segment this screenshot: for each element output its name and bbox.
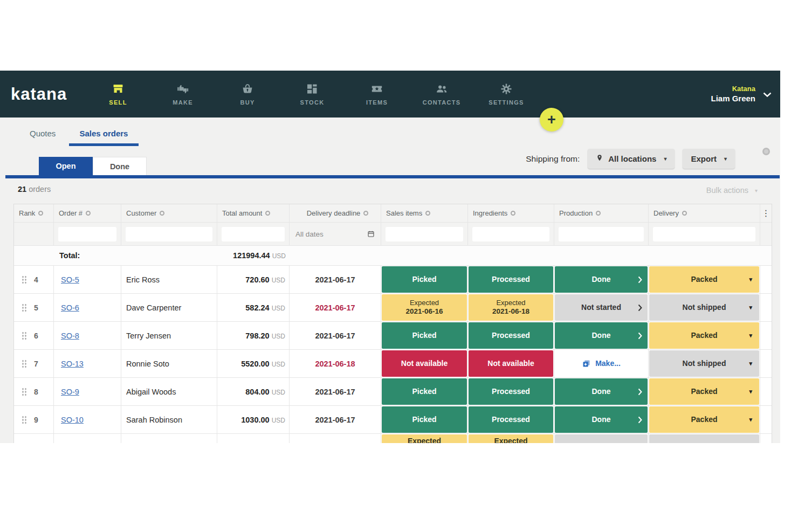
delivery-status-chip[interactable]: Packed▾	[649, 378, 759, 405]
order-link[interactable]: SO-5	[54, 275, 79, 284]
location-filter-value: All locations	[608, 154, 656, 163]
sales-status-chip[interactable]: Picked	[382, 406, 467, 433]
row-amount: 804.00USD	[217, 388, 289, 396]
export-button[interactable]: Export ▾	[683, 149, 735, 169]
info-icon[interactable]	[363, 211, 368, 216]
drag-handle-icon[interactable]	[22, 388, 27, 396]
rank-cell: 7	[14, 350, 54, 378]
total-cell-production	[554, 246, 649, 266]
sales-status-chip[interactable]: Not available	[382, 350, 467, 377]
order-link[interactable]: SO-6	[54, 303, 79, 312]
ingredients-status-chip[interactable]: Processed	[469, 322, 553, 349]
ingredients-cell: Expected	[468, 434, 554, 443]
drag-handle-icon[interactable]	[22, 275, 27, 284]
nav-item-settings[interactable]: SETTINGS	[474, 71, 539, 118]
rank-number: 6	[34, 331, 38, 340]
sales-status-chip[interactable]: Picked	[382, 266, 467, 293]
info-icon[interactable]	[425, 211, 430, 216]
ingredients-status-chip[interactable]: Processed	[469, 406, 553, 433]
production-status-chip[interactable]: Done	[555, 322, 648, 349]
delivery-cell: Packed▾	[649, 406, 760, 434]
column-options-icon[interactable]: ⋮	[762, 209, 771, 218]
order-link[interactable]: SO-8	[54, 331, 79, 340]
view-tab-open[interactable]: Open	[39, 157, 93, 175]
total-cell-menu	[760, 246, 772, 266]
info-icon[interactable]	[511, 211, 515, 216]
order-link[interactable]: SO-13	[54, 360, 84, 368]
location-pin-icon	[596, 154, 603, 163]
nav-item-buy[interactable]: BUY	[215, 71, 280, 118]
delivery-status-chip[interactable]: Packed▾	[649, 406, 759, 433]
sales-cell: Picked	[381, 378, 468, 406]
info-icon[interactable]	[265, 211, 270, 216]
column-header-delivery-deadline: Delivery deadline	[290, 204, 381, 223]
ingredients-status-chip[interactable]: Expected	[469, 434, 553, 443]
ingredients-status-chip[interactable]: Processed	[469, 378, 553, 405]
customer-name: Ronnie Soto	[121, 360, 169, 368]
info-icon[interactable]	[596, 211, 601, 216]
production-status-chip[interactable]: Done	[555, 266, 648, 293]
production-status-chip[interactable]: Done	[555, 378, 648, 405]
delivery-status-chip[interactable]	[649, 434, 759, 443]
filter-input-customer[interactable]	[126, 227, 212, 241]
nav-item-sell[interactable]: SELL	[86, 71, 150, 118]
ingredients-status-chip[interactable]: Processed	[469, 266, 553, 293]
create-new-button[interactable]: +	[540, 108, 563, 132]
delivery-status-chip[interactable]: Packed▾	[649, 266, 759, 293]
production-status-chip[interactable]: Make...	[555, 350, 648, 377]
order-link[interactable]: SO-10	[54, 416, 84, 424]
ingredients-status-chip[interactable]: Expected2021-06-18	[469, 294, 553, 321]
sales-status-chip[interactable]: Picked	[382, 322, 467, 349]
location-filter-button[interactable]: All locations ▾	[588, 149, 675, 169]
bulk-actions-button[interactable]: Bulk actions ▾	[706, 186, 758, 195]
ingredients-status-chip[interactable]: Not available	[469, 350, 553, 377]
filter-input-production[interactable]	[559, 227, 644, 241]
sales-orders-table: RankOrder #CustomerTotal amountDelivery …	[13, 204, 772, 443]
sales-status-chip[interactable]: Expected2021-06-16	[382, 294, 467, 321]
drag-handle-icon[interactable]	[22, 360, 27, 368]
production-status-chip[interactable]: Not started	[555, 294, 648, 321]
info-icon[interactable]	[160, 211, 164, 216]
order-link[interactable]: SO-9	[54, 388, 79, 396]
sales-status-chip[interactable]: Expected	[382, 434, 467, 443]
view-tab-done[interactable]: Done	[93, 157, 147, 175]
filter-cell-customer	[121, 223, 217, 246]
info-icon[interactable]	[38, 211, 43, 216]
help-icon[interactable]	[762, 148, 770, 155]
row-amount-value: 582.24	[245, 303, 269, 312]
delivery-status-chip[interactable]: Not shipped▾	[649, 350, 759, 377]
page-tab-quotes[interactable]: Quotes	[30, 129, 56, 138]
sales-status-chip[interactable]: Picked	[382, 378, 467, 405]
nav-item-make[interactable]: MAKE	[150, 71, 215, 118]
filter-input-ingredients[interactable]	[472, 227, 549, 241]
filter-input-sales[interactable]	[386, 227, 463, 241]
page-tab-sales-orders[interactable]: Sales orders	[79, 129, 128, 138]
status-chip-label: Done	[592, 415, 611, 425]
production-status-chip[interactable]	[555, 434, 648, 443]
drag-handle-icon[interactable]	[22, 331, 27, 340]
production-cell: Done	[554, 322, 649, 350]
production-status-chip[interactable]: Done	[555, 406, 648, 433]
deadline-cell: 2021-06-17	[290, 406, 381, 434]
account-menu[interactable]: Katana Liam Green	[711, 71, 777, 118]
filter-input-total[interactable]	[222, 227, 285, 241]
nav-item-label: BUY	[240, 99, 254, 106]
nav-item-stock[interactable]: STOCK	[280, 71, 345, 118]
table-body: 4SO-5Eric Ross720.60USD2021-06-17PickedP…	[14, 266, 772, 443]
drag-handle-icon[interactable]	[22, 303, 27, 312]
order-row-so-8: 6SO-8Terry Jensen798.20USD2021-06-17Pick…	[14, 322, 772, 350]
customer-cell: Ronnie Soto	[121, 350, 217, 378]
filter-input-delivery[interactable]	[653, 227, 755, 241]
drag-handle-icon[interactable]	[22, 416, 27, 424]
filter-input-order[interactable]	[58, 227, 116, 241]
date-filter[interactable]: All dates	[294, 230, 376, 238]
total-amount-cell: 720.60USD	[217, 266, 290, 294]
row-amount-currency: USD	[272, 389, 285, 396]
info-icon[interactable]	[682, 211, 687, 216]
info-icon[interactable]	[86, 211, 91, 216]
nav-item-items[interactable]: ITEMS	[345, 71, 409, 118]
delivery-status-chip[interactable]: Not shipped▾	[649, 294, 759, 321]
deadline-cell: 2021-06-17	[290, 378, 381, 406]
delivery-status-chip[interactable]: Packed▾	[649, 322, 759, 349]
nav-item-contacts[interactable]: CONTACTS	[409, 71, 474, 118]
